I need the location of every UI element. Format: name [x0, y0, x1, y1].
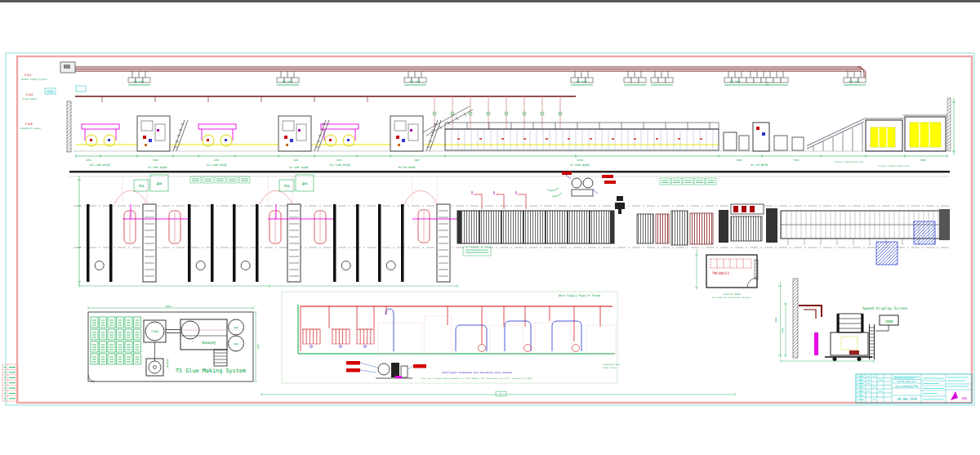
starch-bag-grid: [91, 317, 141, 364]
svg-text:4200: 4200: [414, 159, 420, 162]
bridge-conveyor: [423, 106, 473, 136]
margin-view-labels: E1A1 Busbar Supply System E1A2 Steam Sup…: [20, 74, 56, 130]
svg-text:接纸: 接纸: [156, 182, 163, 185]
revision-strip: [2, 364, 18, 401]
steam-note-blue: Intelligent Condensate Zero Discharge va…: [442, 371, 512, 374]
svg-text:DJ-320S 单面机: DJ-320S 单面机: [148, 166, 167, 169]
svg-text:BMC-400A: BMC-400A: [134, 81, 145, 83]
speed-display-section: 3600 2600 Speed Display Screen 1888: [775, 279, 908, 363]
svg-text:DJ-320S 单面机: DJ-320S 单面机: [289, 166, 308, 169]
title-block-code: YB.BA.VER: [897, 397, 917, 401]
svg-text:2450: 2450: [336, 159, 342, 162]
company-logo-text: 恒联: [960, 397, 968, 400]
double-facer-elev: [445, 123, 719, 150]
condensate-right-2: Water Outlet: [603, 367, 617, 369]
svg-text:SF-2500 双面机: SF-2500 双面机: [570, 163, 589, 167]
glue-dim-width: 9000: [166, 305, 172, 308]
svg-text:SM-320 涂胶机: SM-320 涂胶机: [398, 166, 416, 169]
svg-text:2450: 2450: [86, 159, 91, 162]
svg-text:原纸: 原纸: [138, 185, 145, 188]
machine-name-labels: ZGJ-1400 原纸架 DJ-320S 单面机 ZGJ-1400 原纸架 DJ…: [89, 163, 768, 170]
cad-sheet: E1A1 Busbar Supply System E1A2 Steam Sup…: [0, 0, 980, 455]
view-code-1: E1A1: [24, 74, 32, 77]
downstream-elev: [724, 98, 951, 151]
svg-text:5800: 5800: [293, 159, 299, 162]
pallet-blue-2: [914, 221, 935, 244]
batch-area-label: 配料搅拌区: [203, 341, 217, 345]
svg-text:Conveyor Stacker(Upper unit): Conveyor Stacker(Upper unit): [879, 165, 911, 167]
condensate-recovery-unit: [346, 361, 426, 378]
svg-text:33500: 33500: [577, 159, 583, 162]
stacker-load-1: [871, 127, 895, 147]
svg-text:8000: 8000: [737, 159, 742, 162]
plan-wall: [69, 171, 950, 173]
stairs: [214, 350, 227, 366]
speed-screen-title: Speed Display Screen: [862, 306, 908, 310]
svg-text:5500: 5500: [794, 159, 800, 162]
glue-dim-height: 4500: [256, 344, 260, 350]
machine-cross-section: [814, 314, 872, 361]
svg-text:接纸: 接纸: [301, 182, 308, 185]
power-busbar: BMC-400A BMC-400A BMC-250A BMC-250A BMC-…: [60, 62, 866, 91]
plan-view: 原纸 接纸 原纸 接纸: [69, 171, 950, 299]
finishing-machines-plan: [637, 204, 950, 265]
view-code-2: E1A2: [26, 93, 33, 96]
mixer-label: 打浆机: [150, 330, 158, 333]
control-room-sublabel: By Series Air Conditioner Electric: [712, 297, 751, 299]
svg-text:NC-150 横切机: NC-150 横切机: [751, 163, 768, 167]
speed-dim-2: 2600: [782, 328, 784, 333]
title-block: WJ250-2500-22F 五层瓦楞纸板生产线 YB.BA.VER 恒联: [856, 374, 972, 404]
svg-text:ZGJ-1400 原纸架: ZGJ-1400 原纸架: [329, 163, 350, 167]
view-caption-3: Equipment Layout: [20, 127, 41, 130]
plan-tag-boxes: 原纸 接纸 原纸 接纸: [134, 175, 716, 191]
single-facer-2: [278, 116, 329, 151]
condensate-pumps: [479, 345, 580, 352]
svg-text:BMC-250A: BMC-250A: [410, 81, 421, 83]
top-window-edge: [0, 0, 980, 2]
single-facer-1: [137, 116, 188, 151]
svg-text:BMC-400A: BMC-400A: [283, 81, 293, 83]
storage-tank-2-label: 储罐: [234, 342, 238, 346]
svg-text:BMC-400A: BMC-400A: [730, 81, 741, 83]
steam-schematic-title: Work Supply Pipe of Steam: [559, 294, 600, 297]
glue-system-title: T5 Glue Making System: [176, 368, 246, 374]
storage-tank-1-label: 储罐: [234, 326, 238, 329]
view-code-3: E1A8: [25, 123, 33, 126]
roll-stand-elev-1: [82, 124, 119, 146]
elevation-view: BMC-400A BMC-400A BMC-250A BMC-250A BMC-…: [60, 62, 956, 169]
schematic-dim-line: [261, 393, 735, 396]
svg-text:9000: 9000: [920, 159, 926, 162]
svg-text:原纸: 原纸: [283, 185, 290, 188]
access-ladder: [870, 324, 875, 359]
control-room-label: Control Room: [724, 292, 741, 296]
steam-trap-cluster: [547, 172, 616, 197]
stacker-load-2: [910, 123, 941, 147]
control-room-code: TRC08V12: [712, 271, 730, 275]
svg-text:Conveyor Stacker(Down unit): Conveyor Stacker(Down unit): [834, 161, 864, 163]
steam-note-green: Five layer Corrugator Steam Consumption …: [421, 377, 532, 380]
glue-making-system: 打浆机 配料搅拌区 储罐 储罐 上料提升机 T5 Glue Making Sys…: [88, 305, 260, 382]
plan-left-dim: [78, 176, 81, 286]
wall-column: [67, 101, 71, 152]
svg-text:ZGJ-1400 原纸架: ZGJ-1400 原纸架: [206, 163, 226, 167]
title-block-model: WJ250-2500-22F: [898, 380, 916, 383]
svg-text:BMC-630A: BMC-630A: [849, 81, 860, 83]
control-room: TRC08V12 Control Room By Series Air Cond…: [695, 249, 758, 299]
roll-stand-elev-2: [198, 124, 236, 146]
cad-canvas: E1A1 Busbar Supply System E1A2 Steam Sup…: [0, 0, 980, 455]
speed-dim-1: 3600: [775, 317, 777, 323]
view-caption-1: Busbar Supply System: [21, 78, 47, 81]
inkjet-device: [615, 196, 625, 214]
steam-piping-schematic: Work Supply Pipe of Steam: [261, 292, 735, 396]
plan-bottom-dim: [79, 284, 457, 288]
svg-text:ZGJ-1400 原纸架: ZGJ-1400 原纸架: [89, 163, 109, 167]
stacker-captions: Conveyor Stacker(Down unit) Conveyor Sta…: [834, 161, 910, 167]
view-caption-2: Steam Supply: [22, 98, 38, 100]
svg-text:2450: 2450: [214, 159, 220, 162]
svg-text:BMC-250A: BMC-250A: [577, 81, 587, 83]
elevation-dimensions: 2450 5800 2450 5800 2450 4200 33500 8000…: [76, 98, 956, 169]
double-facer-plan: [457, 191, 614, 256]
lift-label: 上料提升机: [166, 359, 169, 369]
title-block-name: 五层瓦楞纸板生产线: [895, 385, 918, 388]
speed-display-value: 1888: [884, 319, 893, 323]
